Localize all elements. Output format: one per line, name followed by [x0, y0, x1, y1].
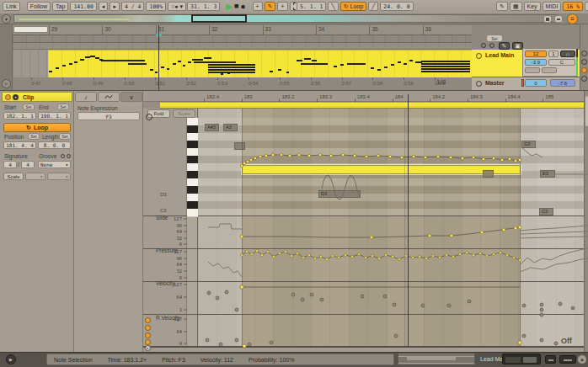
clip-end-field[interactable]: 190. 1. 1: [38, 112, 71, 120]
ghost-note[interactable]: G3: [521, 141, 536, 148]
quantize-menu[interactable]: 100%: [146, 2, 166, 11]
option-toggle[interactable]: [581, 59, 587, 65]
collapsed-track-row-2[interactable]: [13, 43, 472, 50]
clip-activator-icon[interactable]: [5, 94, 11, 100]
master-volume-field[interactable]: 0: [525, 79, 547, 87]
arrangement-playhead[interactable]: [158, 25, 159, 90]
scale-mode-button[interactable]: Scale: [3, 173, 24, 180]
loop-length-field[interactable]: 24. 0. 0: [380, 2, 413, 11]
radio-icon[interactable]: [489, 43, 494, 48]
hamburger-menu-button[interactable]: ≡: [567, 13, 578, 24]
scale-button[interactable]: Scale: [173, 109, 195, 118]
lane-button-pressure[interactable]: [145, 325, 151, 331]
ghost-note[interactable]: E3: [540, 170, 555, 178]
scale-name-select[interactable]: ▾: [47, 173, 71, 180]
punch-in-button[interactable]: ╲: [328, 2, 338, 11]
automation-arm-button[interactable]: +: [277, 2, 287, 11]
beat-ruler[interactable]: [13, 25, 472, 35]
sig-denominator-field[interactable]: 4: [21, 161, 35, 168]
editor-scrollbar[interactable]: [584, 91, 588, 352]
lane-button-slide[interactable]: [145, 317, 151, 323]
cpu-menu-button[interactable]: ▾: [585, 2, 588, 11]
loop-position-field[interactable]: 181. 4. 4: [3, 141, 36, 149]
pan-field[interactable]: C: [548, 59, 575, 66]
send-a-field[interactable]: [525, 67, 540, 73]
ghost-note[interactable]: D3: [318, 190, 361, 198]
clip-menu-icon[interactable]: ▾: [13, 94, 19, 100]
draw-button[interactable]: ✎: [496, 2, 508, 11]
piano-key[interactable]: [187, 209, 198, 217]
ghost-note[interactable]: C3: [539, 208, 553, 215]
option-toggle[interactable]: [581, 51, 587, 56]
option-toggle[interactable]: [581, 76, 587, 82]
nudge-down-button[interactable]: ◂: [99, 2, 109, 11]
waveform-view-icon[interactable]: ≈: [2, 79, 11, 88]
key-map-button[interactable]: Key: [524, 2, 541, 11]
overdub-button[interactable]: +: [253, 2, 263, 11]
punch-out-button[interactable]: ╱: [368, 2, 378, 11]
nudge-up-button[interactable]: ▸: [110, 2, 120, 11]
stop-button[interactable]: ■: [234, 3, 238, 10]
groove-hotswap-icon[interactable]: [67, 154, 71, 158]
overview-minimize-button[interactable]: [543, 15, 552, 23]
set-length-button[interactable]: Set: [59, 133, 71, 140]
selected-midi-note[interactable]: [242, 165, 521, 174]
set-start-button[interactable]: Set: [23, 104, 35, 110]
ghost-note[interactable]: A#3: [205, 124, 219, 131]
groove-select[interactable]: None▾: [38, 161, 71, 168]
lane-button-velocity[interactable]: [145, 332, 151, 338]
sig-numerator-field[interactable]: 4: [3, 161, 17, 168]
draw-automation-button[interactable]: ✎: [499, 42, 510, 50]
option-toggle-active[interactable]: [581, 67, 587, 73]
tab-expression[interactable]: ∨: [120, 92, 142, 102]
volume-field[interactable]: -3.9: [525, 59, 547, 66]
arrangement-overview[interactable]: [13, 14, 558, 23]
master-track-header[interactable]: Master 0 -7.6: [472, 77, 580, 90]
midi-channel-field[interactable]: 1: [548, 51, 559, 57]
link-button[interactable]: Link: [3, 2, 20, 11]
clip-start-field[interactable]: 182. 1. 1: [3, 112, 36, 120]
tab-envelopes[interactable]: [98, 92, 120, 102]
punch-in-position-field[interactable]: 5. 1. 1: [297, 2, 326, 11]
tap-tempo-button[interactable]: Tap: [52, 2, 68, 11]
send-b-field[interactable]: [542, 67, 557, 73]
lane-button-rvelocity[interactable]: [145, 339, 151, 345]
loop-brace[interactable]: [160, 102, 584, 109]
ruler-scroll-handle[interactable]: [13, 26, 48, 33]
tempo-field[interactable]: 141.00: [70, 2, 96, 11]
overview-expand-button[interactable]: [554, 15, 563, 23]
overview-viewport[interactable]: [191, 14, 247, 23]
loop-button[interactable]: ↻Loop: [340, 2, 366, 11]
expression-note-field[interactable]: F3: [78, 112, 140, 120]
loop-toggle-button[interactable]: ↻Loop: [3, 123, 71, 132]
expression-lane-toggle[interactable]: [146, 114, 152, 120]
ghost-note[interactable]: [234, 142, 245, 150]
editor-playhead[interactable]: [408, 94, 409, 347]
metronome-button[interactable]: ○●▾: [168, 2, 186, 11]
arrangement-midi-clip[interactable]: [48, 50, 472, 77]
time-signature-field[interactable]: 4 / 4: [121, 2, 145, 11]
cpu-meter[interactable]: 16 %: [563, 2, 583, 11]
ghost-note[interactable]: A3: [223, 124, 238, 131]
ghost-note[interactable]: [483, 170, 494, 178]
draw-mode-button[interactable]: ✎: [265, 2, 276, 11]
midi-map-button[interactable]: MIDI: [543, 2, 562, 11]
overview-zoom-icon[interactable]: ▾: [2, 14, 11, 24]
tab-notes[interactable]: ♪: [75, 92, 97, 102]
arrangement-position-field[interactable]: 31. 1. 3: [187, 2, 220, 11]
play-button[interactable]: ▶: [226, 3, 233, 11]
track-unfold-icon[interactable]: [476, 81, 482, 87]
radio-icon[interactable]: [481, 43, 486, 48]
set-position-button[interactable]: Set: [28, 133, 40, 140]
preview-button[interactable]: ∩: [560, 51, 575, 57]
set-end-button[interactable]: Set: [57, 104, 69, 110]
collapsed-track-row[interactable]: [13, 35, 472, 43]
record-button[interactable]: ●: [240, 3, 245, 11]
follow-button[interactable]: Follow: [27, 2, 51, 11]
midi-input-meter[interactable]: 12: [525, 51, 547, 57]
groove-commit-icon[interactable]: [61, 154, 65, 158]
track-unfold-icon[interactable]: [476, 53, 482, 59]
set-locator-button[interactable]: Set: [486, 35, 503, 42]
loop-length-field[interactable]: 8. 0. 0: [38, 141, 71, 149]
computer-midi-keyboard-button[interactable]: ▦: [510, 2, 522, 11]
